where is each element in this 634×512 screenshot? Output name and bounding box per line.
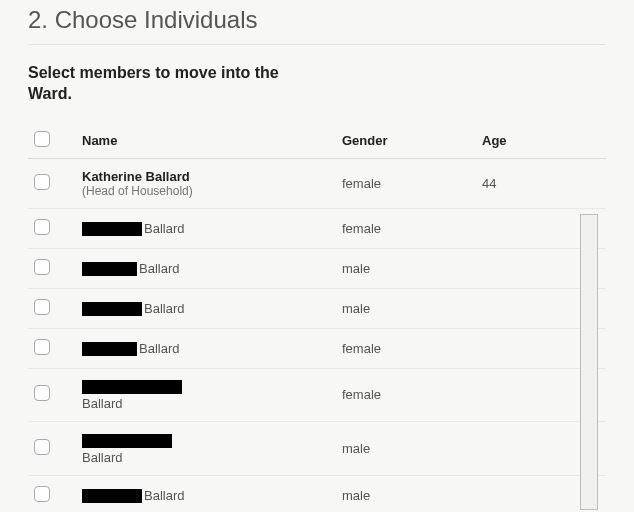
table-row: Katherine Ballard(Head of Household)fema… xyxy=(28,158,606,208)
member-surname: Ballard xyxy=(82,450,330,465)
gender-cell: female xyxy=(336,208,476,248)
table-row: Ballardfemale xyxy=(28,368,606,422)
vertical-scrollbar[interactable] xyxy=(580,214,598,510)
instruction-text: Select members to move into the Ward. xyxy=(28,63,288,105)
select-all-checkbox[interactable] xyxy=(34,131,50,147)
gender-cell: female xyxy=(336,368,476,422)
gender-cell: male xyxy=(336,475,476,512)
name-cell: Katherine Ballard(Head of Household) xyxy=(76,158,336,208)
row-checkbox-cell xyxy=(28,422,76,476)
header-gender: Gender xyxy=(336,123,476,159)
gender-cell: male xyxy=(336,248,476,288)
row-checkbox-cell xyxy=(28,208,76,248)
row-checkbox-cell xyxy=(28,328,76,368)
row-checkbox[interactable] xyxy=(34,299,50,315)
row-checkbox-cell xyxy=(28,368,76,422)
row-checkbox-cell xyxy=(28,288,76,328)
row-checkbox[interactable] xyxy=(34,385,50,401)
gender-cell: male xyxy=(336,422,476,476)
table-row: Ballardmale xyxy=(28,422,606,476)
member-surname: Ballard xyxy=(139,261,179,276)
member-surname: Ballard xyxy=(139,341,179,356)
row-checkbox[interactable] xyxy=(34,439,50,455)
age-cell: 44 xyxy=(476,158,606,208)
row-checkbox-cell xyxy=(28,158,76,208)
row-checkbox-cell xyxy=(28,248,76,288)
row-checkbox[interactable] xyxy=(34,219,50,235)
table-row: Ballardmale xyxy=(28,288,606,328)
table-row: Ballardmale xyxy=(28,248,606,288)
redacted-first-name xyxy=(82,222,142,236)
member-surname: Ballard xyxy=(82,396,330,411)
member-subtitle: (Head of Household) xyxy=(82,184,330,198)
name-cell: Ballard xyxy=(76,328,336,368)
header-name: Name xyxy=(76,123,336,159)
member-surname: Ballard xyxy=(144,488,184,503)
row-checkbox[interactable] xyxy=(34,174,50,190)
redacted-first-name xyxy=(82,380,182,394)
table-row: Ballardfemale xyxy=(28,328,606,368)
members-table: Name Gender Age Katherine Ballard(Head o… xyxy=(28,123,606,512)
name-cell: Ballard xyxy=(76,208,336,248)
row-checkbox[interactable] xyxy=(34,339,50,355)
gender-cell: female xyxy=(336,158,476,208)
row-checkbox-cell xyxy=(28,475,76,512)
redacted-first-name xyxy=(82,262,137,276)
table-row: Ballardfemale xyxy=(28,208,606,248)
gender-cell: male xyxy=(336,288,476,328)
name-cell: Ballard xyxy=(76,475,336,512)
divider xyxy=(28,44,606,45)
name-cell: Ballard xyxy=(76,368,336,422)
table-header-row: Name Gender Age xyxy=(28,123,606,159)
row-checkbox[interactable] xyxy=(34,259,50,275)
member-name: Katherine Ballard xyxy=(82,169,330,184)
member-surname: Ballard xyxy=(144,221,184,236)
row-checkbox[interactable] xyxy=(34,486,50,502)
step-title: 2. Choose Individuals xyxy=(28,6,606,34)
header-age: Age xyxy=(476,123,606,159)
redacted-first-name xyxy=(82,489,142,503)
redacted-first-name xyxy=(82,302,142,316)
member-surname: Ballard xyxy=(144,301,184,316)
gender-cell: female xyxy=(336,328,476,368)
name-cell: Ballard xyxy=(76,248,336,288)
name-cell: Ballard xyxy=(76,288,336,328)
redacted-first-name xyxy=(82,342,137,356)
name-cell: Ballard xyxy=(76,422,336,476)
header-checkbox-cell xyxy=(28,123,76,159)
table-row: Ballardmale xyxy=(28,475,606,512)
redacted-first-name xyxy=(82,434,172,448)
